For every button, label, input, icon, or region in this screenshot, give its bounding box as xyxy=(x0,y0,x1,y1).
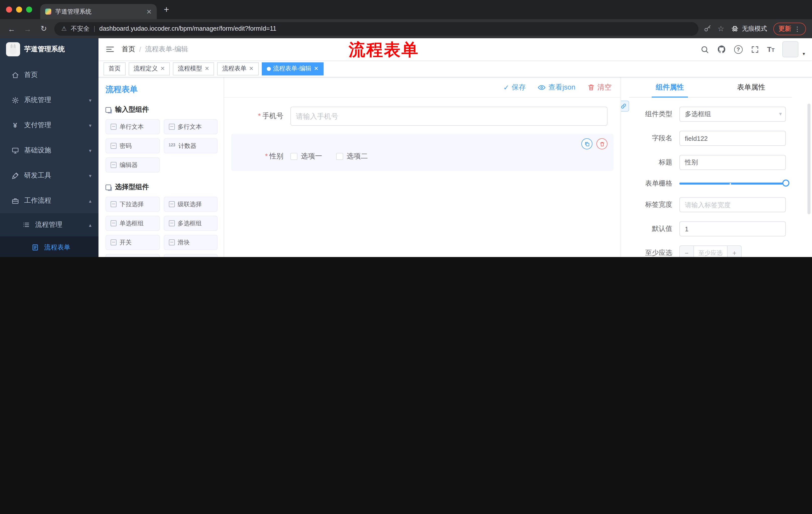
app-logo[interactable]: 芋道管理系统 xyxy=(0,38,98,60)
palette-item-label: 单选框组 xyxy=(120,219,144,227)
tag-home[interactable]: 首页 xyxy=(104,62,126,75)
tag-process-form[interactable]: 流程表单 ✕ xyxy=(217,62,259,75)
slider-handle[interactable] xyxy=(782,180,789,187)
save-button[interactable]: ✓ 保存 xyxy=(503,83,526,92)
search-icon[interactable] xyxy=(700,45,709,54)
sidebar-item-system[interactable]: 系统管理 ▾ xyxy=(0,87,98,113)
tags-view: 首页 流程定义 ✕ 流程模型 ✕ 流程表单 ✕ 流程表单-编辑 ✕ xyxy=(98,60,812,77)
tag-close-icon[interactable]: ✕ xyxy=(249,65,254,72)
panel-tabs: 组件属性 表单属性 xyxy=(629,77,792,98)
back-icon[interactable]: ← xyxy=(6,24,17,33)
label-width-row: 标签宽度 xyxy=(629,197,804,212)
browser-tab[interactable]: 芋道管理系统 ✕ xyxy=(40,4,157,19)
github-icon[interactable] xyxy=(717,45,726,54)
palette-item-editor[interactable]: 编辑器 xyxy=(106,157,160,172)
link-icon[interactable] xyxy=(621,101,629,112)
component-type-select[interactable]: ▾ xyxy=(679,107,786,122)
avatar[interactable] xyxy=(783,41,799,57)
sidebar-item-label: 研发工具 xyxy=(24,171,51,180)
palette-item-cascader[interactable]: 级联选择 xyxy=(164,197,218,212)
canvas-field-gender-selected[interactable]: 性别 选项一 选项二 xyxy=(231,134,613,171)
chevron-down-icon: ▾ xyxy=(89,173,91,178)
sidebar-menu: 首页 系统管理 ▾ ¥ 支付管理 ▾ 基础设施 ▾ xyxy=(0,60,98,257)
check-icon: ✓ xyxy=(503,83,509,91)
password-key-icon[interactable] xyxy=(703,25,712,33)
palette-items: 下拉选择 级联选择 单选框组 多选框组 开关 滑块 时间选择 时间范围 日期选择… xyxy=(106,197,218,257)
phone-input[interactable] xyxy=(290,107,608,126)
label-width-label: 标签宽度 xyxy=(629,200,672,209)
gender-option-2[interactable]: 选项二 xyxy=(336,152,368,161)
sidebar-item-label: 流程表单 xyxy=(44,243,70,252)
palette-item-time-picker[interactable]: 时间选择 xyxy=(106,254,160,257)
component-type-label: 组件类型 xyxy=(629,110,672,119)
grid-slider[interactable] xyxy=(679,183,786,185)
palette-item-radio-group[interactable]: 单选框组 xyxy=(106,216,160,231)
browser-tab-strip: 芋道管理系统 ✕ + xyxy=(0,0,812,19)
bookmark-star-icon[interactable]: ☆ xyxy=(718,24,724,33)
plus-icon[interactable]: ＋ xyxy=(727,246,741,257)
sidebar-item-dev-tools[interactable]: 研发工具 ▾ xyxy=(0,163,98,188)
sidebar-item-process-form[interactable]: 流程表单 xyxy=(0,236,98,257)
copy-field-icon[interactable] xyxy=(581,138,592,150)
palette-item-select[interactable]: 下拉选择 xyxy=(106,197,160,212)
label-width-input[interactable] xyxy=(679,197,786,212)
fullscreen-icon[interactable] xyxy=(751,45,759,54)
address-bar[interactable]: ⚠ 不安全 | dashboard.yudao.iocoder.cn/bpm/m… xyxy=(54,22,698,35)
hamburger-icon[interactable] xyxy=(106,45,115,54)
clear-button[interactable]: 清空 xyxy=(587,83,611,92)
palette-item-label: 编辑器 xyxy=(120,161,138,169)
save-label: 保存 xyxy=(512,83,526,92)
tab-close-icon[interactable]: ✕ xyxy=(146,8,152,15)
close-window-button[interactable] xyxy=(6,6,12,12)
tag-process-definition[interactable]: 流程定义 ✕ xyxy=(128,62,170,75)
view-json-button[interactable]: 查看json xyxy=(538,83,575,92)
breadcrumb-home[interactable]: 首页 xyxy=(122,45,135,54)
font-size-icon[interactable]: TT xyxy=(767,45,775,53)
field-name-input[interactable] xyxy=(679,131,786,146)
reload-icon[interactable]: ↻ xyxy=(38,24,49,33)
yen-icon: ¥ xyxy=(11,121,19,129)
new-tab-button[interactable]: + xyxy=(164,4,169,15)
forward-icon[interactable]: → xyxy=(22,24,33,33)
browser-update-button[interactable]: 更新 ⋮ xyxy=(773,22,806,35)
palette-item-counter[interactable]: 123计数器 xyxy=(164,138,218,154)
sidebar-item-home[interactable]: 首页 xyxy=(0,62,98,87)
minus-icon[interactable]: − xyxy=(680,246,694,257)
cascader-icon xyxy=(169,201,175,207)
minimize-window-button[interactable] xyxy=(16,6,22,12)
sidebar-item-process-mgmt[interactable]: 流程管理 ▴ xyxy=(0,213,98,236)
title-input[interactable] xyxy=(679,155,786,170)
sidebar-item-label: 支付管理 xyxy=(24,121,51,130)
tag-process-form-edit[interactable]: 流程表单-编辑 ✕ xyxy=(262,62,323,75)
panel-scrollbar[interactable] xyxy=(808,104,811,214)
palette-item-switch[interactable]: 开关 xyxy=(106,235,160,250)
delete-field-icon[interactable] xyxy=(597,138,608,150)
app-header: 首页 / 流程表单-编辑 流程表单 ? TT xyxy=(98,38,812,60)
default-value-input[interactable] xyxy=(679,221,786,236)
palette-item-slider[interactable]: 滑块 xyxy=(164,235,218,250)
min-select-input[interactable] xyxy=(694,246,727,257)
tab-component-props[interactable]: 组件属性 xyxy=(629,77,710,97)
checkbox-unchecked-icon xyxy=(290,153,297,160)
tag-close-icon[interactable]: ✕ xyxy=(204,65,209,72)
tag-close-icon[interactable]: ✕ xyxy=(160,65,165,72)
palette-item-time-range[interactable]: 时间范围 xyxy=(164,254,218,257)
palette-item-checkbox-group[interactable]: 多选框组 xyxy=(164,216,218,231)
tab-form-props[interactable]: 表单属性 xyxy=(710,77,792,97)
sidebar-item-infra[interactable]: 基础设施 ▾ xyxy=(0,138,98,163)
page-content: 流程表单 输入型组件 单行文本 多行文本 密码 123计数器 编辑器 xyxy=(98,77,812,257)
palette-item-password[interactable]: 密码 xyxy=(106,138,160,154)
browser-menu-icon[interactable]: ⋮ xyxy=(794,25,801,32)
component-type-value[interactable] xyxy=(679,107,786,122)
maximize-window-button[interactable] xyxy=(26,6,32,12)
palette-item-textarea[interactable]: 多行文本 xyxy=(164,119,218,134)
component-type-row: 组件类型 ▾ xyxy=(629,107,804,122)
gender-option-1[interactable]: 选项一 xyxy=(290,152,322,161)
canvas-field-phone[interactable]: 手机号 xyxy=(231,107,613,126)
tag-process-model[interactable]: 流程模型 ✕ xyxy=(173,62,214,75)
tag-close-icon[interactable]: ✕ xyxy=(314,65,318,72)
help-icon[interactable]: ? xyxy=(734,45,743,54)
palette-item-single-line-text[interactable]: 单行文本 xyxy=(106,119,160,134)
sidebar-item-payment[interactable]: ¥ 支付管理 ▾ xyxy=(0,113,98,138)
sidebar-item-workflow[interactable]: 工作流程 ▴ xyxy=(0,188,98,213)
